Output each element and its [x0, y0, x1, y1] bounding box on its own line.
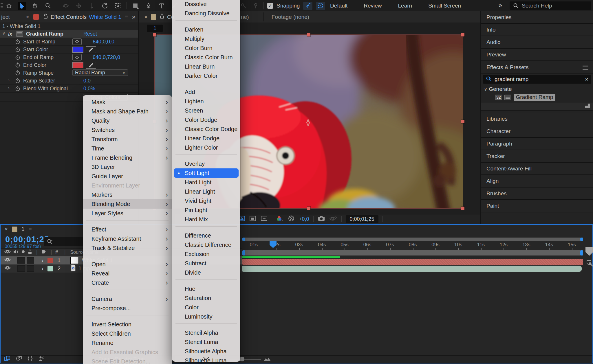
blend-mode-item[interactable]: ● Difference — [172, 231, 240, 240]
label-column-icon[interactable] — [41, 249, 47, 255]
stopwatch-icon[interactable] — [15, 39, 20, 46]
sidebar-panel-header[interactable]: Paragraph — [481, 138, 593, 150]
roto-brush-tool-icon[interactable] — [239, 2, 248, 10]
context-menu-item[interactable]: Time › — [83, 144, 172, 153]
position-picker-icon[interactable] — [72, 38, 82, 45]
position-picker-icon[interactable] — [72, 54, 82, 60]
property-row-ramp-shape[interactable]: Ramp Shape Radial Ramp ∨ — [0, 69, 138, 77]
close-panel-icon[interactable]: × — [26, 14, 29, 20]
blend-mode-item[interactable]: ● Vivid Light — [172, 196, 240, 205]
orbit-tool-icon[interactable] — [61, 2, 70, 10]
frame-blending-toggle-icon[interactable] — [4, 356, 10, 363]
context-menu-item[interactable]: Track & Stabilize › — [83, 243, 172, 253]
video-column-icon[interactable] — [4, 249, 11, 255]
exposure-value[interactable]: +0,0 — [299, 216, 309, 222]
context-menu-item[interactable]: Markers › — [83, 190, 172, 199]
context-menu-item[interactable]: Reveal › — [83, 269, 172, 278]
region-of-interest-icon[interactable] — [249, 215, 256, 223]
blend-mode-item[interactable]: ● Subtract — [172, 259, 240, 268]
eye-icon[interactable] — [4, 265, 11, 272]
panel-menu-icon[interactable] — [583, 65, 588, 70]
blend-mode-item[interactable]: ● Hard Mix — [172, 215, 240, 224]
end-color-swatch[interactable] — [72, 62, 83, 68]
property-row-blend-with-original[interactable]: › Blend With Original 0,0% — [0, 85, 138, 93]
context-menu-item[interactable]: Quality › — [83, 116, 172, 125]
sidebar-panel-header[interactable]: Content-Aware Fill — [481, 163, 593, 175]
property-row-start-of-ramp[interactable]: Start of Ramp 640,0,0,0 — [0, 38, 138, 46]
sidebar-panel-header[interactable]: Preview — [481, 49, 593, 61]
workspace-tab[interactable]: Small Screen — [428, 3, 461, 9]
selection-tool-icon[interactable] — [18, 2, 26, 10]
blend-mode-item[interactable]: ● Linear Light — [172, 187, 240, 196]
effect-result-label[interactable]: Gradient Ramp — [514, 94, 556, 101]
twirl-down-icon[interactable]: ∨ — [484, 87, 487, 91]
context-menu-item[interactable]: Transform › — [83, 135, 172, 144]
context-menu-item[interactable]: Layer Styles › — [83, 209, 172, 218]
work-area-bar[interactable] — [242, 250, 583, 255]
context-menu-item[interactable]: Guide Layer › — [83, 172, 172, 181]
project-tab-fragment[interactable]: ject — [1, 14, 10, 20]
menu-scroll-down-icon[interactable] — [172, 355, 240, 359]
av-cell[interactable] — [17, 265, 25, 272]
blend-mode-item[interactable]: ● Soft Light — [174, 168, 239, 178]
blend-mode-item[interactable]: ● Linear Burn — [172, 62, 240, 71]
context-menu-item[interactable]: Mask and Shape Path › — [83, 107, 172, 116]
context-menu-item[interactable]: Blending Mode › — [83, 199, 172, 209]
property-row-ramp-scatter[interactable]: › Ramp Scatter 0,0 — [0, 77, 138, 85]
selection-handle-bottom-center[interactable] — [307, 207, 310, 210]
dolly-tool-icon[interactable] — [87, 2, 96, 10]
pan-camera-tool-icon[interactable] — [74, 2, 83, 10]
work-area-start-handle[interactable] — [242, 250, 245, 255]
blend-mode-item[interactable]: ● Multiply — [172, 34, 240, 43]
zoom-tool-icon[interactable] — [44, 2, 52, 10]
workspace-tab[interactable]: Review — [364, 3, 382, 9]
stopwatch-icon[interactable] — [15, 62, 20, 69]
property-row-start-color[interactable]: Start Color — [0, 46, 138, 54]
blend-mode-item[interactable]: ● Exclusion — [172, 249, 240, 259]
lock-icon[interactable] — [160, 14, 164, 20]
eye-icon[interactable] — [4, 257, 11, 264]
effect-result-row[interactable]: 32 Gradient Ramp — [481, 93, 593, 102]
context-menu-item[interactable]: Effect › — [83, 225, 172, 234]
selection-handle-top-center[interactable] — [307, 33, 310, 36]
twirl-right-icon[interactable]: › — [8, 86, 10, 90]
blend-mode-item[interactable]: ● Overlay — [172, 159, 240, 168]
blend-mode-item[interactable]: ● Color — [172, 303, 240, 312]
selected-layer-line[interactable]: 1 · White Solid 1 — [2, 23, 41, 30]
property-value[interactable]: 640,0,720,0 — [93, 54, 120, 60]
sidebar-panel-header[interactable]: Audio — [481, 36, 593, 49]
layer-tab-fragment[interactable]: ne) — [241, 14, 249, 20]
property-value[interactable]: 0,0 — [83, 78, 91, 84]
playhead-line[interactable] — [273, 241, 273, 356]
blend-mode-item[interactable]: ● Classic Color Burn — [172, 53, 240, 62]
eyedropper-icon[interactable] — [86, 46, 96, 53]
reset-link[interactable]: Reset — [83, 31, 97, 37]
effect-header-row[interactable]: ∨ fx Gradient Ramp Reset — [0, 30, 138, 38]
fx-icon[interactable]: fx — [8, 31, 12, 37]
ramp-shape-dropdown[interactable]: Radial Ramp ∨ — [72, 69, 128, 76]
zoom-slider-knob[interactable] — [240, 357, 244, 361]
layer-label-swatch[interactable] — [47, 258, 53, 263]
blend-mode-item[interactable]: ● Stencil Luma — [172, 337, 240, 347]
property-value[interactable]: 0,0% — [83, 86, 95, 92]
context-menu-item[interactable]: Scene Edit Detection... › — [83, 357, 172, 364]
sidebar-panel-header[interactable]: Tracker — [481, 150, 593, 163]
close-panel-icon[interactable]: × — [144, 14, 147, 20]
sidebar-panel-header[interactable]: Brushes — [481, 187, 593, 200]
snapshot-camera-icon[interactable] — [318, 215, 325, 223]
stopwatch-icon[interactable] — [15, 70, 20, 77]
clear-search-icon[interactable]: × — [585, 76, 588, 83]
layer-duration-bar-2[interactable] — [242, 266, 582, 272]
snap-bounds-icon[interactable] — [316, 2, 325, 10]
brackets-icon[interactable] — [27, 356, 33, 363]
blend-mode-item[interactable]: ● Lighten — [172, 97, 240, 106]
snap-options-icon[interactable] — [303, 2, 312, 10]
viewer-timecode[interactable]: 0;00;01;25 — [346, 215, 378, 223]
rotation-tool-icon[interactable] — [100, 2, 109, 10]
sidebar-panel-header[interactable]: Align — [481, 175, 593, 187]
blend-mode-item[interactable]: ● Darken — [172, 25, 240, 34]
home-icon[interactable] — [5, 2, 13, 10]
context-menu-item[interactable]: Pre-compose... › — [83, 304, 172, 313]
context-menu-item[interactable]: Rename › — [83, 338, 172, 348]
blend-mode-item[interactable]: ● Classic Color Dodge — [172, 124, 240, 134]
